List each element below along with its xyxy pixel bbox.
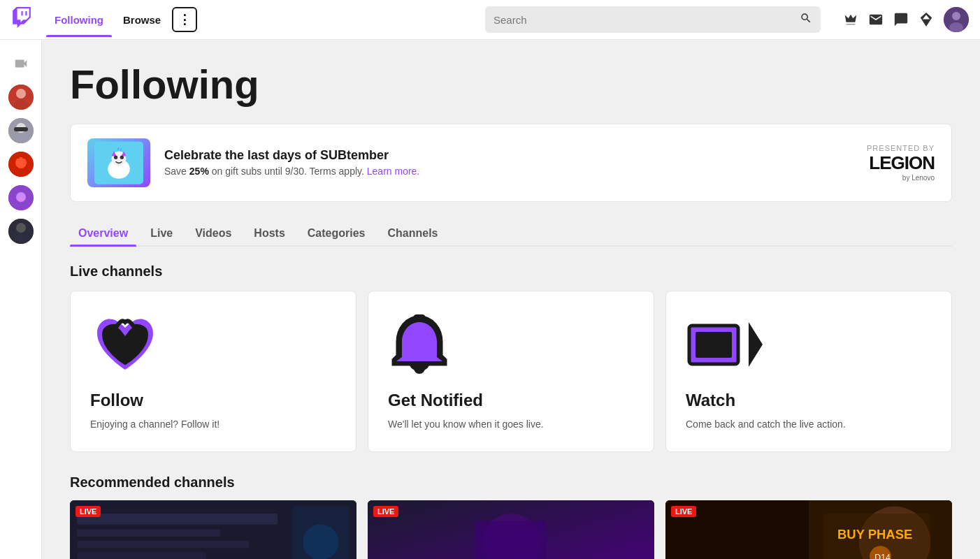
promo-subtitle-plain: Save bbox=[164, 166, 189, 177]
notified-card-icon bbox=[388, 314, 634, 377]
nav-more-button[interactable]: ⋮ bbox=[172, 7, 197, 32]
promo-title: Celebrate the last days of SUBtember bbox=[164, 148, 853, 163]
promo-subtitle-middle: on gift subs until 9/30. Terms apply. bbox=[209, 166, 367, 177]
svg-rect-24 bbox=[413, 314, 426, 321]
user-avatar[interactable] bbox=[944, 7, 969, 32]
svg-point-15 bbox=[16, 223, 26, 233]
nav-browse[interactable]: Browse bbox=[115, 8, 169, 31]
crown-icon[interactable] bbox=[843, 12, 858, 27]
notified-card: Get Notified We'll let you know when it … bbox=[368, 291, 654, 452]
follow-card-desc: Enjoying a channel? Follow it! bbox=[90, 417, 336, 432]
sidebar-avatar-3[interactable] bbox=[8, 152, 34, 177]
tab-overview[interactable]: Overview bbox=[70, 222, 136, 245]
svg-point-10 bbox=[15, 157, 27, 168]
svg-rect-41 bbox=[475, 521, 547, 559]
promo-subtitle-bold: 25% bbox=[189, 166, 209, 177]
svg-rect-35 bbox=[77, 552, 206, 559]
main-content: Following Celebrate the last days of SUB… bbox=[42, 40, 980, 559]
svg-rect-33 bbox=[77, 529, 220, 536]
watch-card: Watch Come back and catch the live actio… bbox=[665, 291, 952, 452]
diamond-icon[interactable] bbox=[918, 12, 934, 27]
mail-icon[interactable] bbox=[868, 12, 884, 27]
sidebar-camera-icon[interactable] bbox=[8, 51, 34, 76]
svg-point-26 bbox=[414, 363, 425, 374]
live-badge-2: LIVE bbox=[373, 506, 398, 517]
svg-point-4 bbox=[16, 89, 26, 99]
svg-rect-32 bbox=[77, 514, 278, 524]
live-channels-title: Live channels bbox=[70, 263, 952, 280]
nav-links: Following Browse ⋮ bbox=[46, 7, 197, 32]
svg-point-20 bbox=[114, 155, 117, 159]
tab-channels[interactable]: Channels bbox=[380, 222, 447, 245]
svg-point-13 bbox=[19, 198, 23, 201]
svg-rect-8 bbox=[14, 127, 28, 131]
sponsor-label: PRESENTED BY bbox=[867, 144, 935, 152]
follow-card: Follow Enjoying a channel? Follow it! bbox=[70, 291, 356, 452]
top-navigation: Following Browse ⋮ bbox=[0, 0, 980, 40]
rec-card-1[interactable]: LIVE bbox=[70, 500, 356, 559]
follow-card-icon bbox=[90, 314, 336, 377]
svg-text:BUY PHASE: BUY PHASE bbox=[837, 527, 912, 542]
live-badge-3: LIVE bbox=[671, 506, 696, 517]
watch-card-icon bbox=[686, 314, 932, 377]
tab-videos[interactable]: Videos bbox=[187, 222, 240, 245]
watch-card-desc: Come back and catch the live action. bbox=[686, 417, 932, 432]
twitch-logo[interactable] bbox=[11, 7, 32, 33]
tab-hosts[interactable]: Hosts bbox=[245, 222, 293, 245]
rec-card-3[interactable]: BUY PHASE D14 LIVE bbox=[665, 500, 952, 559]
chat-icon[interactable] bbox=[893, 12, 909, 27]
svg-marker-28 bbox=[749, 322, 763, 367]
svg-rect-34 bbox=[77, 541, 249, 548]
sponsor-name: LEGION bbox=[869, 152, 935, 174]
notified-card-title: Get Notified bbox=[388, 391, 634, 410]
promo-image bbox=[87, 138, 150, 187]
sidebar-avatar-1[interactable] bbox=[8, 85, 34, 110]
svg-point-37 bbox=[303, 524, 338, 559]
tab-live[interactable]: Live bbox=[142, 222, 181, 245]
tabs: Overview Live Videos Hosts Categories Ch… bbox=[70, 222, 952, 247]
search-input[interactable] bbox=[493, 14, 800, 26]
live-badge-1: LIVE bbox=[75, 506, 101, 517]
sidebar-avatar-4[interactable] bbox=[8, 185, 34, 210]
promo-banner: Celebrate the last days of SUBtember Sav… bbox=[70, 124, 952, 202]
live-channels-grid: Follow Enjoying a channel? Follow it! bbox=[70, 291, 952, 452]
notified-card-desc: We'll let you know when it goes live. bbox=[388, 417, 634, 432]
search-button[interactable] bbox=[800, 12, 812, 28]
svg-text:D14: D14 bbox=[874, 552, 891, 559]
svg-line-23 bbox=[121, 148, 122, 151]
nav-right-icons bbox=[843, 7, 969, 32]
svg-point-21 bbox=[120, 155, 124, 159]
page-title: Following bbox=[70, 62, 952, 107]
rec-card-2[interactable]: LIVE bbox=[368, 500, 654, 559]
svg-point-1 bbox=[952, 12, 960, 20]
recommended-grid: LIVE LIVE bbox=[70, 500, 952, 559]
tab-categories[interactable]: Categories bbox=[299, 222, 374, 245]
search-bar bbox=[485, 6, 821, 33]
sponsor-sub: by Lenovo bbox=[902, 174, 935, 182]
watch-card-title: Watch bbox=[686, 391, 932, 410]
nav-following[interactable]: Following bbox=[46, 8, 112, 31]
promo-sponsor: PRESENTED BY LEGION by Lenovo bbox=[867, 144, 935, 182]
promo-text: Celebrate the last days of SUBtember Sav… bbox=[164, 148, 853, 177]
promo-learn-more-link[interactable]: Learn more. bbox=[367, 166, 419, 177]
recommended-title: Recommended channels bbox=[70, 474, 952, 491]
promo-subtitle: Save 25% on gift subs until 9/30. Terms … bbox=[164, 166, 853, 177]
sidebar-avatar-5[interactable] bbox=[8, 219, 34, 244]
follow-card-title: Follow bbox=[90, 391, 336, 410]
sidebar bbox=[0, 40, 42, 559]
sidebar-avatar-2[interactable] bbox=[8, 118, 34, 143]
svg-rect-29 bbox=[696, 332, 732, 358]
